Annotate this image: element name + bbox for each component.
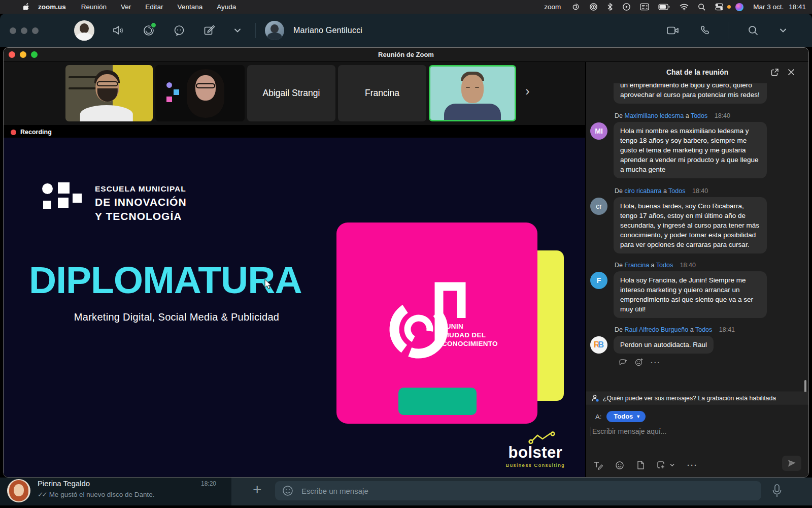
chat-header: Chat de la reunión [586, 62, 808, 83]
close-chat-icon[interactable] [787, 68, 795, 76]
bluetooth-icon[interactable] [602, 3, 618, 11]
bolster-logo: bolster Business Consulting [505, 431, 566, 468]
recipient-selector[interactable]: Todos▼ [606, 411, 646, 422]
phone-icon[interactable] [699, 24, 712, 37]
conversation-composer: + [231, 478, 812, 505]
apple-menu-icon[interactable] [0, 3, 33, 11]
recipient-link[interactable]: Todos [656, 262, 673, 269]
recording-indicator: Recording [11, 129, 52, 136]
participant-name-tile[interactable]: Francina [338, 65, 426, 121]
bolster-chart-icon [528, 431, 557, 444]
menu-ventana[interactable]: Ventana [171, 0, 210, 14]
reply-icon[interactable] [619, 359, 628, 366]
conversation-time: 18:20 [201, 480, 216, 487]
toolbar-divider [728, 22, 728, 39]
conversation-list-item[interactable]: Pierina Tegaldo 18:20 ✓✓ Me gustó el nue… [0, 478, 231, 505]
message-header: De Francina a Todos 18:40 [615, 262, 801, 269]
wifi-icon[interactable] [675, 4, 693, 11]
sender-link[interactable]: Francina [624, 262, 649, 269]
background-message-input[interactable] [300, 486, 754, 496]
chevron-down-icon[interactable] [233, 26, 242, 35]
chat-message-list[interactable]: un emprendimiento de bijou y cuero, quie… [586, 83, 808, 392]
recipient-link[interactable]: Todos [668, 187, 685, 195]
send-message-button[interactable] [782, 456, 801, 471]
more-options-icon[interactable]: ··· [651, 359, 661, 367]
message-time: 18:41 [719, 326, 735, 333]
read-receipt-icon: ✓✓ [38, 490, 46, 498]
battery-icon [654, 4, 675, 10]
message-input-pill[interactable] [275, 481, 761, 500]
background-chat-app: Pierina Tegaldo 18:20 ✓✓ Me gustó el nue… [0, 478, 812, 505]
participant-video-tile[interactable] [65, 65, 153, 121]
menu-reunion[interactable]: Reunión [74, 0, 114, 14]
compose-icon[interactable] [203, 24, 216, 37]
meetings-icon[interactable] [142, 24, 155, 37]
chat-scrollbar[interactable] [804, 380, 806, 392]
green-button-shape [398, 388, 477, 415]
siri-icon[interactable] [731, 3, 748, 11]
control-center-icon[interactable] [710, 3, 729, 11]
current-user-avatar[interactable] [265, 21, 284, 40]
emoji-icon[interactable] [282, 485, 293, 496]
participant-name-tile[interactable]: Abigail Strangi [247, 65, 335, 121]
desktop: zoom.us Reunión Ver Editar Ventana Ayuda… [0, 0, 812, 508]
voice-message-icon[interactable] [771, 484, 783, 499]
sender-link[interactable]: Raul Alfredo Burgueño [624, 326, 688, 333]
to-label: A: [595, 413, 601, 421]
recipient-link[interactable]: Todos [695, 326, 712, 333]
sender-link[interactable]: Maximiliano ledesma [624, 112, 684, 119]
add-reaction-icon[interactable] [635, 358, 644, 367]
next-participants-arrow[interactable]: › [525, 84, 530, 98]
contact-name: Pierina Tegaldo [38, 479, 90, 488]
recipient-link[interactable]: Todos [691, 112, 707, 119]
message-header: De Maximiliano ledesma a Todos 18:40 [615, 112, 801, 119]
presentation-slide: ESCUELA MUNICIPAL DE INNOVACIÓN Y TECNOL… [4, 138, 585, 477]
contact-avatar [7, 479, 30, 502]
chat-bubble-icon[interactable] [173, 24, 186, 37]
emoji-icon[interactable] [615, 461, 624, 470]
play-status-icon[interactable] [618, 3, 635, 11]
swirl-status-icon[interactable] [567, 3, 585, 11]
video-call-icon[interactable] [666, 25, 680, 36]
zoom-status-item[interactable]: zoom [538, 0, 567, 14]
meeting-chat-panel: Chat de la reunión un emprendimiento de … [585, 62, 808, 477]
message-preview: ✓✓ Me gustó el nuevo disco de Dante. [38, 490, 155, 498]
attach-file-icon[interactable] [636, 460, 645, 470]
meeting-title-bar[interactable]: Reunión de Zoom [4, 48, 808, 62]
pink-card: JUNIN CIUDAD DEL CONOCIMIENTO [336, 223, 537, 424]
message-actions: ··· [619, 358, 801, 367]
zoom-client-toolbar: Mariano Gentilucci [0, 14, 812, 47]
menu-ayuda[interactable]: Ayuda [210, 0, 243, 14]
privacy-person-icon [591, 394, 599, 402]
menu-bar-clock[interactable]: 18:41 [786, 3, 812, 11]
chat-message: De Francina a Todos 18:40 F Hola soy Fra… [589, 262, 801, 318]
profile-avatar[interactable] [74, 20, 94, 41]
screen-mirroring-icon[interactable] [585, 3, 602, 11]
format-text-icon[interactable] [593, 461, 603, 470]
message-header: De ciro ricabarra a Todos 18:40 [615, 187, 801, 195]
menu-bar-date[interactable]: Mar 3 oct. [748, 0, 786, 14]
spotlight-search-icon[interactable] [693, 3, 710, 11]
chevron-down-icon: ▼ [636, 414, 640, 419]
search-icon[interactable] [748, 25, 759, 37]
chevron-down-icon[interactable] [779, 26, 788, 35]
message-bubble: Hola mi nombre es maximiliano ledesma y … [614, 122, 767, 178]
window-controls-inactive[interactable] [10, 27, 39, 34]
chat-message-input[interactable] [591, 427, 802, 436]
pop-out-icon[interactable] [770, 68, 779, 77]
widget-status-icon[interactable] [635, 3, 654, 11]
more-tools-icon[interactable]: ··· [687, 461, 698, 469]
participant-video-tile[interactable]: ICIPAL CIÓN ÍA [155, 65, 245, 121]
active-speaker-tile[interactable] [429, 65, 516, 121]
menu-app-name[interactable]: zoom.us [33, 0, 74, 14]
menu-editar[interactable]: Editar [138, 0, 170, 14]
sender-link[interactable]: ciro ricabarra [624, 187, 661, 195]
screen-share: Recording ESCUELA MUNICIPAL [4, 125, 585, 477]
attach-plus-icon[interactable]: + [253, 480, 262, 500]
menu-ver[interactable]: Ver [114, 0, 138, 14]
school-logo-icon [42, 182, 89, 216]
screen-edge [0, 505, 812, 508]
screenshot-icon[interactable] [657, 461, 675, 470]
speaker-megaphone-icon[interactable] [112, 24, 125, 37]
notification-dot [727, 5, 731, 9]
